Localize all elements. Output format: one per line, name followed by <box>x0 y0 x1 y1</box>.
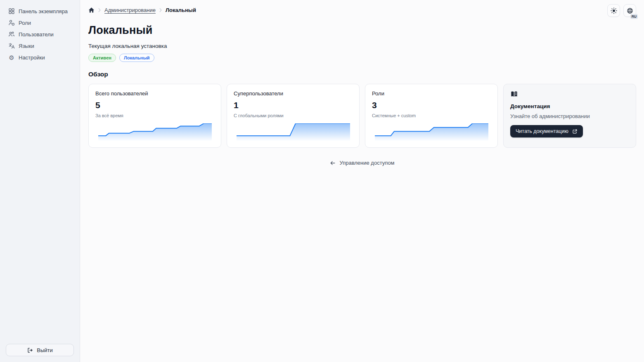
stat-card-roles: Роли 3 Системные + custom <box>365 84 498 148</box>
stat-card-subtitle: Системные + custom <box>372 113 491 118</box>
status-badges: Активен Локальный <box>88 54 636 62</box>
theme-toggle-button[interactable] <box>607 4 620 17</box>
stat-card-subtitle: За всё время <box>95 113 214 118</box>
stat-card-title: Роли <box>372 90 491 97</box>
page-subtitle: Текущая локальная установка <box>88 43 636 49</box>
stat-card-total-users: Всего пользователей 5 За всё время <box>88 84 221 148</box>
read-documentation-button[interactable]: Читать документацию <box>510 125 583 137</box>
sidebar-item-label: Пользователи <box>19 31 54 38</box>
dashboard-icon <box>8 8 15 14</box>
sidebar-nav: Панель экземпляра Роли <box>5 6 75 63</box>
sidebar-item-label: Языки <box>19 43 34 49</box>
app-window: Панель экземпляра Роли <box>0 0 644 362</box>
roles-sparkline-chart <box>375 123 488 141</box>
stat-card-subtitle: С глобальными ролями <box>234 113 353 118</box>
sidebar-item-settings[interactable]: ⚙ Настройки <box>5 52 75 63</box>
globe-icon <box>627 7 633 14</box>
breadcrumb-current: Локальный <box>166 7 196 13</box>
sidebar-item-instance-panel[interactable]: Панель экземпляра <box>5 6 75 17</box>
back-link-label: Управление доступом <box>339 160 394 166</box>
breadcrumb-home-icon[interactable] <box>88 7 95 13</box>
chevron-right-icon <box>159 8 162 12</box>
sidebar-item-label: Роли <box>19 20 31 26</box>
stat-card-title: Всего пользователей <box>95 90 214 97</box>
section-title-overview: Обзор <box>88 71 636 78</box>
sidebar-item-users[interactable]: Пользователи <box>5 29 75 40</box>
type-badge-local: Локальный <box>119 54 154 62</box>
sidebar-item-roles[interactable]: Роли <box>5 17 75 28</box>
language-code-badge: RU <box>630 14 638 19</box>
back-link-row: Управление доступом <box>88 160 636 166</box>
logout-button[interactable]: Выйти <box>6 344 74 356</box>
sidebar-item-label: Панель экземпляра <box>19 8 68 14</box>
external-link-icon <box>572 129 578 134</box>
superusers-sparkline-chart <box>237 123 350 141</box>
documentation-card: Документация Узнайте об администрировани… <box>503 84 636 148</box>
sidebar-item-languages[interactable]: Языки <box>5 40 75 51</box>
sidebar: Панель экземпляра Роли <box>0 0 80 362</box>
main-content: Администрирование Локальный <box>80 0 644 362</box>
logout-icon <box>27 347 33 353</box>
chevron-right-icon <box>98 8 101 12</box>
book-icon <box>510 90 518 98</box>
sidebar-item-label: Настройки <box>19 54 45 61</box>
language-selector-button[interactable]: RU <box>623 4 636 17</box>
logout-label: Выйти <box>37 347 53 353</box>
stat-card-title: Суперпользователи <box>234 90 353 97</box>
languages-icon <box>8 43 15 49</box>
access-management-back-link[interactable]: Управление доступом <box>330 160 394 166</box>
top-actions: RU <box>607 4 636 17</box>
stat-card-value: 1 <box>234 100 353 110</box>
total-users-sparkline-chart <box>98 123 212 141</box>
stats-cards-row: Всего пользователей 5 За всё время Супер… <box>88 84 636 148</box>
breadcrumb: Администрирование Локальный <box>88 7 196 13</box>
page-title: Локальный <box>88 24 636 37</box>
topbar: Администрирование Локальный <box>88 4 636 17</box>
users-icon <box>8 31 15 38</box>
breadcrumb-link-administration[interactable]: Администрирование <box>104 7 156 13</box>
status-badge-active: Активен <box>88 54 116 62</box>
sun-icon <box>611 7 617 14</box>
roles-icon <box>8 19 15 26</box>
documentation-title: Документация <box>510 103 629 109</box>
settings-gear-icon: ⚙ <box>8 54 15 61</box>
stat-card-value: 5 <box>95 100 214 110</box>
documentation-subtitle: Узнайте об администрировании <box>510 113 629 119</box>
stat-card-superusers: Суперпользователи 1 С глобальными ролями <box>227 84 360 148</box>
stat-card-value: 3 <box>372 100 491 110</box>
read-documentation-label: Читать документацию <box>516 128 568 134</box>
arrow-left-icon <box>330 160 336 166</box>
